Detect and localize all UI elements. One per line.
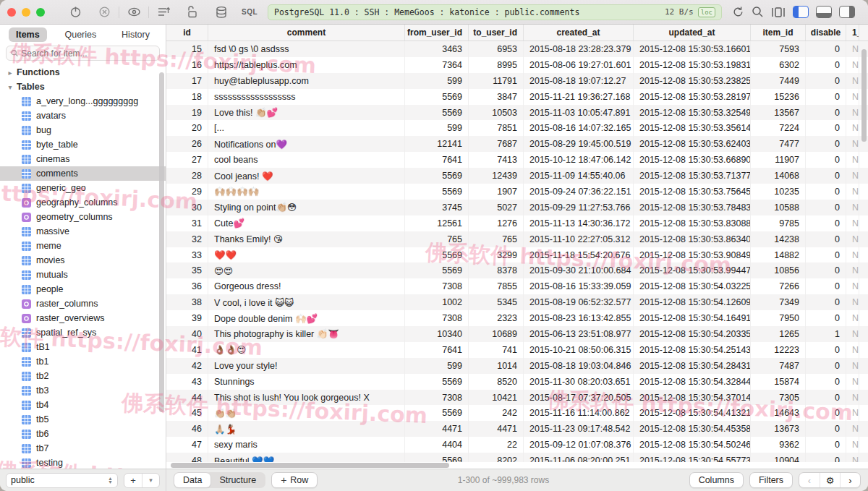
cell-item_id[interactable]: 10588 <box>751 200 806 215</box>
cell-created_at[interactable]: 2015-11-30 08:20:03.651 <box>524 374 634 390</box>
sidebar-item-tb2[interactable]: tb2 <box>0 369 166 383</box>
cell-created_at[interactable]: 2015-09-29 11:27:53.766 <box>524 200 634 215</box>
cell-updated_at[interactable]: 2015-12-08 15:30:54.502468 <box>634 437 751 453</box>
cell-created_at[interactable]: 2015-11-09 14:55:40.06 <box>524 168 634 184</box>
cell-item_id[interactable]: 13567 <box>751 105 806 121</box>
cell-to_user_id[interactable]: 1907 <box>469 184 524 200</box>
sidebar-item-meme[interactable]: meme <box>0 239 166 253</box>
cell-comment[interactable]: This shot is lush! You look gorgeous! X <box>208 390 405 406</box>
cell-id[interactable]: 42 <box>166 358 208 374</box>
cell-id[interactable]: 32 <box>166 231 208 247</box>
cell-comment[interactable]: 😍😍 <box>208 262 405 278</box>
cell-one[interactable]: NU <box>846 136 859 152</box>
cell-id[interactable]: 15 <box>166 41 208 57</box>
cell-to_user_id[interactable]: 8378 <box>469 262 524 278</box>
table-row[interactable]: 36Gorgeous dress!730878552015-08-16 15:3… <box>166 278 868 294</box>
cell-id[interactable]: 45 <box>166 405 208 421</box>
sidebar-item-tb5[interactable]: tb5 <box>0 412 166 427</box>
cell-comment[interactable]: 👏🏼👏🏼 <box>208 405 405 421</box>
cell-one[interactable]: NU <box>846 310 859 326</box>
cell-created_at[interactable]: 2015-08-18 19:03:04.846 <box>524 358 634 374</box>
cell-from_user_id[interactable]: 5569 <box>405 168 469 184</box>
cell-item_id[interactable]: 14068 <box>751 168 806 184</box>
cell-comment[interactable]: fsd \0 gs \0 asdsss <box>208 41 405 57</box>
cell-id[interactable]: 35 <box>166 262 208 278</box>
cell-disable[interactable]: 0 <box>806 374 846 390</box>
cell-updated_at[interactable]: 2015-12-08 15:30:53.863401 <box>634 231 751 247</box>
cell-created_at[interactable]: 2015-09-24 07:36:22.151 <box>524 184 634 200</box>
cell-created_at[interactable]: 2015-06-13 23:51:08.977 <box>524 326 634 342</box>
cell-item_id[interactable]: 9362 <box>751 437 806 453</box>
table-row[interactable]: 29🙌🏼🙌🏼🙌🏼🙌🏼556919072015-09-24 07:36:22.15… <box>166 184 868 200</box>
columns-view-icon[interactable] <box>771 7 786 18</box>
cell-to_user_id[interactable]: 2323 <box>469 310 524 326</box>
cell-from_user_id[interactable]: 5569 <box>405 184 469 200</box>
cell-from_user_id[interactable]: 5569 <box>405 89 469 105</box>
cell-to_user_id[interactable]: 10421 <box>469 390 524 406</box>
column-header-comment[interactable]: comment <box>208 25 405 40</box>
bottom-panel-icon[interactable] <box>816 6 832 18</box>
cell-comment[interactable]: huy@tableplusapp.com <box>208 73 405 89</box>
cell-id[interactable]: 18 <box>166 89 208 105</box>
cell-updated_at[interactable]: 2015-12-08 15:30:53.830885 <box>634 215 751 231</box>
close-window-button[interactable] <box>7 8 16 17</box>
cell-id[interactable]: 16 <box>166 57 208 73</box>
search-input[interactable] <box>21 48 155 59</box>
cell-to_user_id[interactable]: 10689 <box>469 326 524 342</box>
sidebar-item-a-very-long-ggggggggg[interactable]: a_very_long...ggggggggg <box>0 94 166 108</box>
cell-to_user_id[interactable]: 3299 <box>469 247 524 263</box>
table-row[interactable]: 35😍😍556983782015-09-30 21:10:00.6842015-… <box>166 262 868 278</box>
cell-updated_at[interactable]: 2015-12-08 15:30:53.325491 <box>634 105 751 121</box>
cell-disable[interactable]: 0 <box>806 136 846 152</box>
zoom-window-button[interactable] <box>36 8 45 17</box>
left-panel-icon[interactable] <box>793 6 809 18</box>
cell-item_id[interactable]: 14882 <box>751 247 806 263</box>
table-row[interactable]: 17huy@tableplusapp.com599117912015-08-18… <box>166 73 868 89</box>
sidebar-item-tb3[interactable]: tb3 <box>0 383 166 398</box>
table-row[interactable]: 38V cool, i love it 😺😺100253452015-08-19… <box>166 294 868 310</box>
sidebar-item-tb1[interactable]: tb1 <box>0 354 166 369</box>
cell-disable[interactable]: 0 <box>806 120 846 136</box>
cell-updated_at[interactable]: 2015-12-08 15:30:54.164912 <box>634 310 751 326</box>
tab-structure[interactable]: Structure <box>210 473 265 487</box>
cell-disable[interactable]: 0 <box>806 262 846 278</box>
cell-updated_at[interactable]: 2015-12-08 15:30:53.756452 <box>634 184 751 200</box>
tab-queries[interactable]: Queries <box>57 27 103 42</box>
cell-created_at[interactable]: 2015-08-19 06:52:32.577 <box>524 294 634 310</box>
cell-created_at[interactable]: 2015-11-21 19:36:27.168 <box>524 89 634 105</box>
cell-from_user_id[interactable]: 599 <box>405 358 469 374</box>
cell-item_id[interactable]: 1265 <box>751 326 806 342</box>
cell-to_user_id[interactable]: 7687 <box>469 136 524 152</box>
cell-item_id[interactable]: 7477 <box>751 136 806 152</box>
cell-comment[interactable]: Notifications on💜 <box>208 136 405 152</box>
cell-disable[interactable]: 0 <box>806 390 846 406</box>
disconnect-icon[interactable] <box>90 4 119 21</box>
table-row[interactable]: 33❤️❤️556932992015-11-18 15:54:20.676201… <box>166 247 868 263</box>
tree-section-functions[interactable]: ▸Functions <box>0 65 166 80</box>
tab-items[interactable]: Items <box>9 27 47 42</box>
cell-created_at[interactable]: 2015-08-16 14:07:32.165 <box>524 120 634 136</box>
cell-item_id[interactable]: 15236 <box>751 89 806 105</box>
cell-one[interactable]: NU <box>846 278 859 294</box>
cell-item_id[interactable]: 10235 <box>751 184 806 200</box>
cell-disable[interactable]: 0 <box>806 57 846 73</box>
cell-from_user_id[interactable]: 765 <box>405 231 469 247</box>
table-row[interactable]: 28Cool jeans! ❤️5569124392015-11-09 14:5… <box>166 168 868 184</box>
cell-created_at[interactable]: 2015-09-30 21:10:00.684 <box>524 262 634 278</box>
table-row[interactable]: 32Thanks Emily! 😘7657652015-11-10 22:27:… <box>166 231 868 247</box>
table-row[interactable]: 31Cute💕1256112762015-11-13 14:30:36.1722… <box>166 215 868 231</box>
cell-from_user_id[interactable]: 5569 <box>405 105 469 121</box>
table-row[interactable]: 26Notifications on💜1214176872015-08-29 1… <box>166 136 868 152</box>
table-row[interactable]: 44This shot is lush! You look gorgeous! … <box>166 390 868 406</box>
cell-item_id[interactable]: 12223 <box>751 342 806 358</box>
cell-to_user_id[interactable]: 11791 <box>469 73 524 89</box>
cell-from_user_id[interactable]: 7641 <box>405 342 469 358</box>
cell-comment[interactable]: ssssssssssssssssss <box>208 89 405 105</box>
cell-from_user_id[interactable]: 7308 <box>405 310 469 326</box>
cell-to_user_id[interactable]: 22 <box>469 437 524 453</box>
settings-gear-icon[interactable]: ⚙ <box>820 473 840 487</box>
columns-button[interactable]: Columns <box>689 472 744 488</box>
cell-one[interactable]: NU <box>846 105 859 121</box>
cell-disable[interactable]: 0 <box>806 73 846 89</box>
cell-id[interactable]: 20 <box>166 120 208 136</box>
